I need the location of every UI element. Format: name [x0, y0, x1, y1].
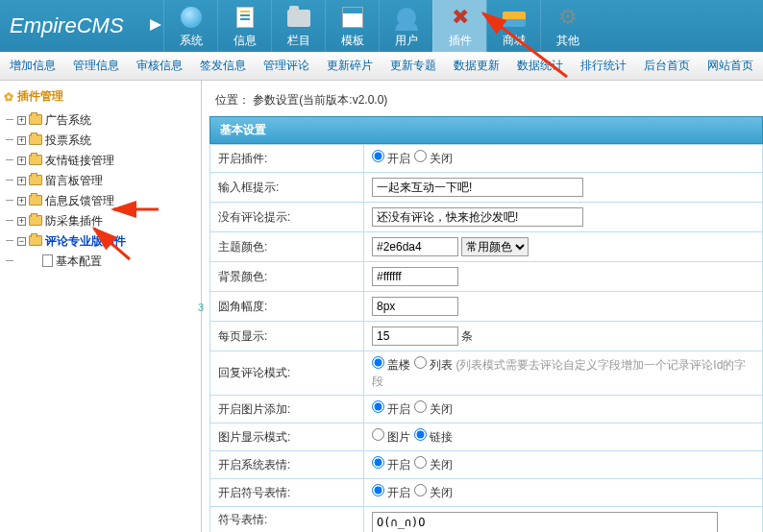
settings-table: 开启插件: 开启 关闭 输入框提示: 没有评论提示: 主题颜色: 常用颜色 背景…: [209, 144, 763, 532]
nav-icon: [393, 4, 420, 31]
no-comment-field[interactable]: [372, 207, 583, 227]
nav-icon: [178, 4, 205, 31]
tree-node[interactable]: +广告系统: [4, 110, 197, 131]
lbl-sym-list: 符号表情:: [210, 507, 364, 533]
nav-其他[interactable]: ⚙其他: [540, 0, 594, 52]
bg-color-field[interactable]: [372, 267, 458, 286]
radio-img-mode-a[interactable]: 图片: [372, 430, 410, 444]
tree-leaf[interactable]: 基本配置: [4, 252, 197, 272]
submenu-item[interactable]: 增加信息: [10, 58, 56, 74]
nav-icon: ✖: [447, 4, 474, 31]
radio-reply-b[interactable]: 列表: [414, 358, 453, 372]
lbl-no-comment: 没有评论提示:: [210, 203, 364, 232]
lbl-input-hint: 输入框提示:: [210, 173, 364, 203]
submenu-item[interactable]: 管理评论: [263, 58, 309, 74]
nav-模板[interactable]: 模板: [325, 0, 379, 52]
radio-enable-on[interactable]: 开启: [372, 152, 410, 165]
radio-img-add-on[interactable]: 开启: [372, 402, 410, 416]
brand-logo: EmpireCMS: [0, 0, 163, 52]
sidebar: 插件管理 +广告系统+投票系统+友情链接管理+留言板管理+信息反馈管理+防采集插…: [0, 81, 202, 532]
lbl-img-mode: 图片显示模式:: [210, 423, 364, 451]
nav-商城[interactable]: 商城: [486, 0, 540, 52]
lbl-reply-mode: 回复评论模式:: [210, 351, 364, 396]
sub-menu: 增加信息管理信息审核信息签发信息管理评论更新碎片更新专题数据更新数据统计排行统计…: [0, 52, 763, 81]
sym-list-field[interactable]: [372, 512, 718, 532]
radius-field[interactable]: [372, 297, 458, 316]
submenu-item[interactable]: 网站首页: [707, 58, 753, 74]
tree-node[interactable]: +投票系统: [4, 131, 197, 151]
nav-插件[interactable]: ✖插件: [432, 0, 486, 52]
nav-系统[interactable]: 系统: [163, 0, 217, 52]
submenu-item[interactable]: 审核信息: [136, 58, 183, 74]
top-nav: EmpireCMS 系统信息栏目模板用户✖插件商城⚙其他: [0, 0, 763, 52]
main-panel: 位置： 参数设置(当前版本:v2.0.0) 基本设置 开启插件: 开启 关闭 输…: [202, 81, 763, 532]
theme-color-field[interactable]: [372, 237, 458, 256]
radio-img-add-off[interactable]: 关闭: [414, 402, 453, 416]
submenu-item[interactable]: 后台首页: [644, 58, 690, 74]
nav-信息[interactable]: 信息: [217, 0, 271, 52]
drag-handle[interactable]: 3: [198, 302, 204, 313]
tree-node[interactable]: +留言板管理: [4, 171, 197, 191]
input-hint-field[interactable]: [372, 178, 583, 197]
nav-icon: [501, 4, 528, 31]
submenu-item[interactable]: 更新碎片: [327, 58, 373, 74]
lbl-per-page: 每页显示:: [210, 322, 364, 351]
section-header: 基本设置: [209, 116, 763, 144]
tree-node[interactable]: +防采集插件: [4, 211, 197, 231]
nav-icon: [285, 4, 312, 31]
nav-栏目[interactable]: 栏目: [271, 0, 325, 52]
tree-node-active[interactable]: −评论专业版插件: [4, 231, 197, 252]
breadcrumb: 位置： 参数设置(当前版本:v2.0.0): [209, 88, 763, 116]
radio-sym-emoji-off[interactable]: 关闭: [414, 486, 453, 499]
radio-img-mode-b[interactable]: 链接: [414, 430, 453, 444]
radio-sys-emoji-on[interactable]: 开启: [372, 458, 410, 472]
tree-node[interactable]: +信息反馈管理: [4, 191, 197, 211]
nav-用户[interactable]: 用户: [379, 0, 432, 52]
lbl-enable: 开启插件:: [210, 145, 364, 173]
lbl-bg-color: 背景颜色:: [210, 262, 364, 292]
cell-enable: 开启 关闭: [364, 145, 763, 173]
radio-reply-a[interactable]: 盖楼: [372, 358, 410, 372]
sidebar-title: 插件管理: [4, 86, 197, 110]
radio-sys-emoji-off[interactable]: 关闭: [414, 458, 453, 472]
lbl-sys-emoji: 开启系统表情:: [210, 451, 364, 479]
submenu-item[interactable]: 更新专题: [390, 58, 436, 74]
tree-node[interactable]: +友情链接管理: [4, 151, 197, 171]
lbl-img-add: 开启图片添加:: [210, 396, 364, 423]
per-page-unit: 条: [461, 329, 473, 343]
nav-icon: [339, 4, 366, 31]
submenu-item[interactable]: 数据更新: [454, 58, 500, 74]
submenu-item[interactable]: 排行统计: [580, 58, 627, 74]
per-page-field[interactable]: [372, 326, 458, 346]
radio-sym-emoji-on[interactable]: 开启: [372, 486, 410, 499]
radio-enable-off[interactable]: 关闭: [414, 152, 453, 165]
nav-icon: [232, 4, 258, 31]
submenu-item[interactable]: 数据统计: [517, 58, 563, 74]
logo-arrow-icon: [150, 19, 161, 31]
lbl-sym-emoji: 开启符号表情:: [210, 479, 364, 507]
theme-color-select[interactable]: 常用颜色: [461, 237, 529, 256]
lbl-radius: 圆角幅度:: [210, 292, 364, 322]
submenu-item[interactable]: 签发信息: [200, 58, 246, 74]
nav-icon: ⚙: [554, 4, 581, 31]
lbl-theme-color: 主题颜色:: [210, 232, 364, 262]
submenu-item[interactable]: 管理信息: [73, 58, 119, 74]
